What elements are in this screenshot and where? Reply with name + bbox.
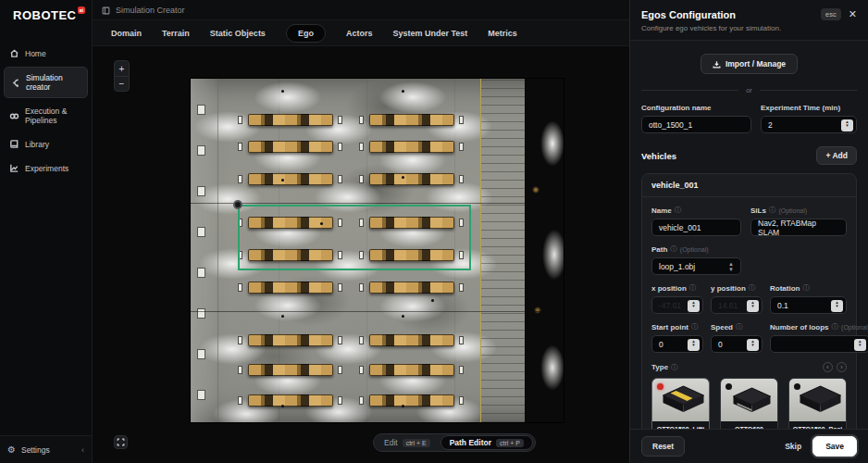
- close-icon[interactable]: ✕: [849, 8, 857, 20]
- rotation-label: Rotationⓘ: [770, 283, 847, 293]
- configuration-name-input[interactable]: otto_1500_1: [641, 116, 751, 133]
- name-label: Nameⓘ: [651, 206, 741, 215]
- import-manage-label: Import / Manage: [725, 59, 786, 69]
- path-selection-rectangle[interactable]: [238, 205, 471, 270]
- panel-footer: Reset Skip Save: [630, 429, 868, 463]
- floor-column-dot: [402, 90, 404, 93]
- number-stepper-icon: ▲▼: [747, 300, 759, 312]
- sils-value: Nav2, RTABMap SLAM: [758, 219, 839, 237]
- sidebar-item-home[interactable]: Home: [4, 43, 88, 64]
- x-position-input: -47.61 ▲▼: [651, 296, 703, 314]
- pallet-rack: [248, 334, 333, 346]
- number-stepper-icon[interactable]: ▲▼: [854, 339, 866, 351]
- tab-domain[interactable]: Domain: [111, 29, 142, 38]
- zoom-control: + −: [114, 60, 130, 92]
- add-vehicle-button[interactable]: + Add: [816, 146, 857, 165]
- rack-end-bracket: [459, 366, 464, 374]
- experiment-time-input[interactable]: 2 ▲▼: [761, 116, 857, 133]
- rotation-input[interactable]: 0.1 ▲▼: [770, 296, 847, 314]
- import-manage-button[interactable]: Import / Manage: [701, 54, 798, 74]
- dock-marker: [197, 349, 205, 359]
- simulation-creator-icon: [10, 78, 20, 88]
- sidebar-item-simulation-creator[interactable]: Simulation creator: [4, 67, 88, 98]
- number-stepper-icon[interactable]: ▲▼: [841, 119, 853, 131]
- zoom-in-button[interactable]: +: [115, 61, 129, 76]
- vehicles-heading: Vehicles: [641, 151, 676, 161]
- tab-static-objects[interactable]: Static Objects: [210, 29, 266, 38]
- tab-metrics[interactable]: Metrics: [488, 29, 517, 38]
- sidebar-item-settings[interactable]: ⚙ Settings: [7, 444, 50, 455]
- path-editor-mode-button[interactable]: Path Editor ctrl + P: [440, 435, 533, 450]
- or-divider: or: [641, 86, 857, 94]
- reset-button[interactable]: Reset: [641, 436, 685, 457]
- layout-panel-icon: [102, 2, 110, 19]
- dock-marker: [197, 268, 205, 278]
- warehouse-map[interactable]: [190, 78, 564, 423]
- number-stepper-icon[interactable]: ▲▼: [747, 339, 759, 351]
- fit-view-button[interactable]: [114, 435, 128, 449]
- number-stepper-icon: ▲▼: [688, 300, 700, 312]
- chart-line-icon: [9, 163, 19, 173]
- sidebar-item-label: Library: [25, 140, 49, 149]
- tab-system-under-test[interactable]: System Under Test: [392, 29, 467, 38]
- start-point-input[interactable]: 0 ▲▼: [651, 335, 703, 353]
- edit-shortcut-badge: ctrl + E: [403, 439, 430, 447]
- tab-terrain[interactable]: Terrain: [162, 29, 190, 38]
- map-section-line: [191, 203, 564, 204]
- pallet-rack: [248, 282, 333, 294]
- sils-input[interactable]: Nav2, RTABMap SLAM: [750, 219, 847, 236]
- settings-label: Settings: [21, 445, 50, 455]
- rack-end-bracket: [359, 396, 364, 405]
- or-label: or: [746, 86, 752, 94]
- experiment-time-label: Experiment Time (min): [761, 104, 857, 112]
- carousel-prev-icon[interactable]: ‹: [823, 362, 833, 372]
- number-stepper-icon[interactable]: ▲▼: [688, 339, 700, 351]
- brand-logo: ROBOTEC ai: [0, 0, 92, 35]
- info-icon: ⓘ: [671, 363, 678, 372]
- number-of-loops-input[interactable]: ▲▼: [770, 335, 868, 353]
- import-icon: [713, 60, 721, 69]
- vehicle-thumbnail: [789, 379, 846, 421]
- configuration-name-label: Configuration name: [641, 104, 751, 112]
- map-conveyor-strip: [480, 79, 525, 422]
- floor-column-dot: [402, 405, 404, 407]
- rack-end-bracket: [459, 283, 464, 292]
- rotation-value: 0.1: [777, 301, 788, 310]
- info-icon: ⓘ: [802, 283, 810, 293]
- y-position-label: y positionⓘ: [711, 283, 763, 293]
- type-card-otto1500-basic[interactable]: OTTO1500_Basic_platform: [788, 378, 847, 429]
- collapse-sidebar-icon[interactable]: ‹: [81, 445, 84, 455]
- info-icon: ⓘ: [832, 322, 839, 332]
- simulation-viewport[interactable]: + − Edit ctrl + E: [93, 46, 629, 463]
- type-card-otto600[interactable]: OTTO600: [720, 378, 778, 429]
- egos-configuration-panel: Egos Configuration esc ✕ Configure ego v…: [629, 0, 868, 463]
- path-start-marker[interactable]: [233, 200, 242, 209]
- vehicle-name-input[interactable]: vehicle_001: [651, 219, 741, 236]
- configuration-name-value: otto_1500_1: [649, 120, 692, 130]
- rack-end-bracket: [459, 116, 464, 124]
- panel-body: Import / Manage or Configuration name ot…: [630, 41, 868, 429]
- sidebar-item-library[interactable]: Library: [4, 133, 88, 155]
- path-select[interactable]: loop_1.obj ▲▼: [651, 257, 741, 275]
- map-section-line: [191, 311, 564, 312]
- rack-end-bracket: [359, 116, 364, 124]
- rack-end-bracket: [338, 396, 342, 405]
- skip-button[interactable]: Skip: [785, 442, 801, 451]
- carousel-next-icon[interactable]: ›: [837, 362, 847, 372]
- tab-ego[interactable]: Ego: [286, 24, 326, 43]
- sidebar-item-execution-pipelines[interactable]: Execution & Pipelines: [4, 101, 88, 131]
- sidebar-item-label: Simulation creator: [26, 73, 81, 92]
- sidebar-item-experiments[interactable]: Experiments: [4, 157, 88, 179]
- zoom-out-button[interactable]: −: [115, 76, 129, 91]
- save-button[interactable]: Save: [812, 436, 857, 457]
- speed-input[interactable]: 0 ▲▼: [711, 335, 763, 353]
- edit-mode-button[interactable]: Edit ctrl + E: [376, 436, 439, 449]
- rack-end-bracket: [338, 366, 342, 374]
- tab-strip: Domain Terrain Static Objects Ego Actors…: [93, 20, 629, 46]
- number-stepper-icon[interactable]: ▲▼: [831, 300, 843, 312]
- type-card-otto1500-lifting[interactable]: OTTO1500_Lifting_platform: [651, 378, 710, 429]
- tab-actors[interactable]: Actors: [346, 29, 373, 38]
- sidebar-item-label: Home: [25, 49, 46, 58]
- info-icon: ⓘ: [675, 206, 682, 215]
- esc-badge[interactable]: esc: [821, 8, 841, 20]
